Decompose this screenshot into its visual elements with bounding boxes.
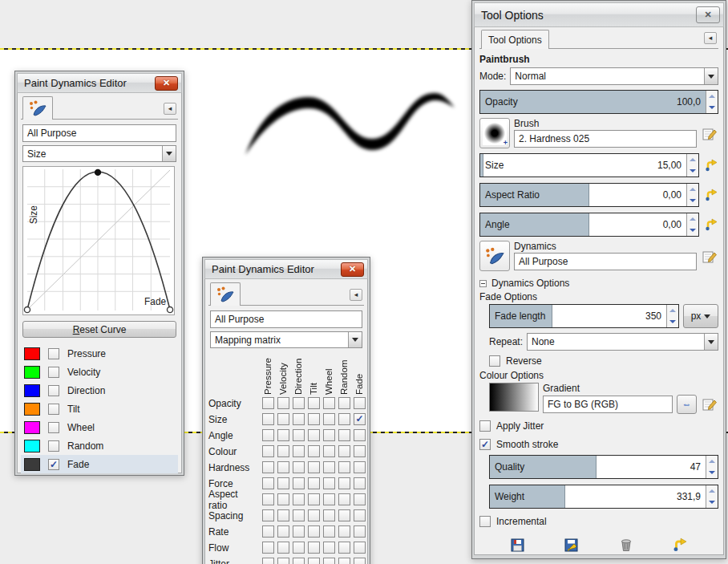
matrix-checkbox-flow-wheel[interactable] (323, 542, 335, 554)
matrix-checkbox-spacing-wheel[interactable] (323, 509, 335, 521)
matrix-checkbox-angle-fade[interactable] (354, 429, 366, 441)
curve-editor[interactable]: Size Fade (22, 166, 175, 315)
matrix-checkbox-spacing-velocity[interactable] (277, 509, 289, 521)
matrix-checkbox-opacity-pressure[interactable] (262, 397, 274, 409)
matrix-checkbox-rate-tilt[interactable] (308, 525, 320, 538)
dynamics-edit-button[interactable] (701, 250, 718, 264)
matrix-checkbox-opacity-random[interactable] (338, 397, 350, 409)
color-swatch[interactable] (24, 347, 40, 360)
matrix-checkbox-opacity-wheel[interactable] (323, 397, 335, 409)
matrix-checkbox-hardness-fade[interactable] (354, 461, 366, 473)
random-input-checkbox[interactable] (48, 440, 59, 452)
matrix-checkbox-size-tilt[interactable] (308, 413, 320, 425)
matrix-checkbox-flow-fade[interactable] (354, 542, 366, 554)
matrix-checkbox-flow-tilt[interactable] (308, 542, 320, 554)
mode-select[interactable]: Normal (510, 67, 718, 85)
size-spinner[interactable] (686, 154, 698, 177)
gradient-flip-button[interactable]: ⇔ (677, 395, 697, 414)
opacity-spinner[interactable] (706, 91, 718, 113)
brush-edit-button[interactable] (701, 128, 718, 141)
aspect-ratio-slider[interactable]: Aspect Ratio 0,00 (479, 183, 699, 207)
matrix-checkbox-force-fade[interactable] (354, 477, 366, 489)
direction-input-checkbox[interactable] (48, 385, 59, 396)
window1-tab-menu-button[interactable]: ◂ (164, 103, 176, 115)
apply-jitter-checkbox[interactable] (479, 420, 491, 432)
matrix-checkbox-force-random[interactable] (338, 477, 350, 489)
matrix-checkbox-flow-random[interactable] (338, 542, 350, 554)
size-reset-button[interactable] (703, 153, 718, 177)
pressure-input-checkbox[interactable] (48, 348, 59, 359)
window1-dynamics-tab[interactable] (22, 96, 53, 120)
matrix-checkbox-rate-wheel[interactable] (323, 525, 335, 538)
window2-close-button[interactable]: ✕ (341, 262, 364, 277)
matrix-checkbox-angle-wheel[interactable] (323, 429, 335, 441)
matrix-checkbox-rate-velocity[interactable] (277, 525, 289, 538)
angle-spinner[interactable] (686, 213, 698, 236)
angle-reset-button[interactable] (703, 213, 718, 237)
matrix-checkbox-force-velocity[interactable] (277, 477, 289, 489)
matrix-checkbox-flow-direction[interactable] (293, 542, 305, 554)
fade-length-spinner[interactable] (666, 305, 678, 327)
quality-spinner[interactable] (706, 456, 718, 478)
color-swatch[interactable] (24, 458, 40, 471)
incremental-checkbox[interactable] (479, 516, 491, 527)
matrix-checkbox-hardness-tilt[interactable] (308, 461, 320, 473)
color-swatch[interactable] (24, 421, 40, 434)
color-swatch[interactable] (24, 403, 40, 416)
window2-view-select[interactable]: Mapping matrix (210, 331, 362, 348)
matrix-checkbox-opacity-velocity[interactable] (277, 397, 289, 409)
matrix-checkbox-force-wheel[interactable] (323, 477, 335, 489)
aspect-ratio-spinner[interactable] (686, 184, 698, 206)
velocity-input-checkbox[interactable] (48, 367, 59, 378)
matrix-checkbox-hardness-direction[interactable] (293, 461, 305, 473)
window1-property-select[interactable]: Size (22, 145, 176, 162)
matrix-checkbox-hardness-wheel[interactable] (323, 461, 335, 473)
matrix-checkbox-size-direction[interactable] (293, 413, 305, 425)
tool-options-tab-menu-button[interactable]: ◂ (704, 32, 717, 44)
matrix-checkbox-force-direction[interactable] (293, 477, 305, 489)
curve-endpoint-left[interactable] (24, 307, 30, 313)
matrix-checkbox-jitter-wheel[interactable] (323, 558, 335, 564)
matrix-checkbox-colour-tilt[interactable] (308, 445, 320, 457)
save-options-button[interactable] (508, 535, 528, 554)
dropdown-arrow-icon[interactable] (704, 68, 718, 84)
matrix-checkbox-aspect-ratio-direction[interactable] (293, 493, 305, 505)
matrix-checkbox-angle-pressure[interactable] (262, 429, 274, 441)
matrix-checkbox-spacing-fade[interactable] (354, 509, 366, 521)
dynamics-options-expander[interactable]: Dynamics Options (479, 278, 718, 289)
matrix-checkbox-opacity-fade[interactable] (354, 397, 366, 409)
matrix-checkbox-size-velocity[interactable] (277, 413, 289, 425)
matrix-checkbox-jitter-pressure[interactable] (262, 558, 274, 564)
weight-spinner[interactable] (706, 485, 718, 508)
matrix-checkbox-angle-random[interactable] (338, 429, 350, 441)
dynamics-input-row-random[interactable]: Random (21, 436, 178, 455)
matrix-checkbox-force-tilt[interactable] (308, 477, 320, 489)
matrix-checkbox-jitter-velocity[interactable] (277, 558, 289, 564)
matrix-checkbox-aspect-ratio-wheel[interactable] (323, 493, 335, 505)
matrix-checkbox-aspect-ratio-velocity[interactable] (277, 493, 289, 505)
matrix-checkbox-rate-random[interactable] (338, 525, 350, 538)
matrix-checkbox-colour-pressure[interactable] (262, 445, 274, 457)
matrix-checkbox-colour-direction[interactable] (293, 445, 305, 457)
window2-titlebar[interactable]: Paint Dynamics Editor ✕ (204, 259, 368, 279)
matrix-checkbox-size-random[interactable] (338, 413, 350, 425)
dropdown-arrow-icon[interactable] (162, 146, 176, 161)
repeat-select[interactable]: None (527, 333, 718, 351)
curve-peak-point[interactable] (95, 169, 101, 176)
dropdown-arrow-icon[interactable] (348, 332, 362, 347)
matrix-checkbox-rate-direction[interactable] (293, 525, 305, 538)
matrix-checkbox-rate-fade[interactable] (354, 525, 366, 538)
brush-name-field[interactable]: 2. Hardness 025 (514, 130, 697, 148)
brush-preview-button[interactable]: + (479, 118, 510, 148)
color-swatch[interactable] (24, 440, 40, 452)
matrix-checkbox-aspect-ratio-pressure[interactable] (262, 493, 274, 505)
matrix-checkbox-force-pressure[interactable] (262, 477, 274, 489)
matrix-checkbox-colour-wheel[interactable] (323, 445, 335, 457)
matrix-checkbox-jitter-direction[interactable] (293, 558, 305, 564)
matrix-checkbox-flow-pressure[interactable] (262, 542, 274, 554)
restore-options-button[interactable] (562, 535, 581, 554)
reverse-checkbox[interactable] (489, 355, 500, 367)
matrix-checkbox-opacity-tilt[interactable] (308, 397, 320, 409)
matrix-checkbox-hardness-random[interactable] (338, 461, 350, 473)
matrix-checkbox-size-fade[interactable]: ✓ (354, 413, 366, 425)
